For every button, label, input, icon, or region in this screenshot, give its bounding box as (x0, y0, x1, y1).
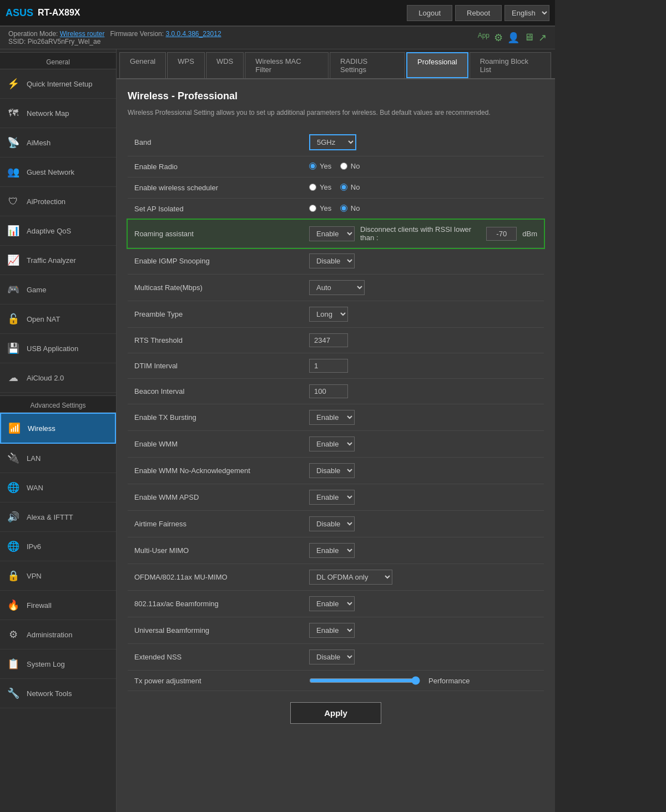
beamforming-control: Enable Disable (302, 591, 544, 617)
rts-threshold-control (302, 328, 544, 353)
sidebar-item-firewall[interactable]: 🔥 Firewall (0, 591, 116, 620)
enable-radio-yes[interactable] (309, 163, 316, 170)
tab-general[interactable]: General (119, 52, 166, 78)
sidebar-item-aimesh[interactable]: 📡 AiMesh (0, 128, 116, 158)
mu-mimo-select[interactable]: Enable Disable (309, 543, 355, 558)
ap-isolated-no[interactable] (340, 205, 347, 212)
enable-radio-yes-label[interactable]: Yes (309, 162, 331, 170)
logout-button[interactable]: Logout (407, 5, 452, 21)
preamble-type-select[interactable]: Long Short (309, 307, 348, 322)
wmm-no-ack-row: Enable WMM No-Acknowledgement Enable Dis… (128, 458, 544, 484)
sidebar-item-ipv6[interactable]: 🌐 IPv6 (0, 532, 116, 561)
sidebar-item-guest-network[interactable]: 👥 Guest Network (0, 158, 116, 187)
multicast-rate-select[interactable]: Auto 12 (309, 280, 365, 295)
sidebar-label-network-tools: Network Tools (27, 689, 72, 698)
sidebar-item-usb-application[interactable]: 💾 USB Application (0, 334, 116, 363)
preamble-type-control: Long Short (302, 301, 544, 328)
tx-power-value: Performance (428, 677, 470, 685)
quick-internet-setup-icon: ⚡ (6, 76, 21, 92)
sidebar-item-aicloud[interactable]: ☁ AiCloud 2.0 (0, 363, 116, 393)
beacon-interval-input[interactable] (309, 384, 348, 398)
sidebar-item-alexa-ifttt[interactable]: 🔊 Alexa & IFTTT (0, 503, 116, 532)
sidebar-label-administration: Administration (27, 631, 72, 639)
tab-wireless-mac-filter[interactable]: Wireless MAC Filter (245, 52, 329, 78)
ap-isolated-yes-label[interactable]: Yes (309, 204, 331, 212)
wireless-scheduler-label: Enable wireless scheduler (128, 177, 302, 199)
scheduler-no[interactable] (340, 184, 347, 191)
sidebar-label-open-nat: Open NAT (27, 315, 60, 323)
beamforming-select[interactable]: Enable Disable (309, 596, 355, 611)
gear-icon[interactable]: ⚙ (494, 32, 503, 44)
sidebar-item-aiprotection[interactable]: 🛡 AiProtection (0, 187, 116, 216)
universal-beamforming-select[interactable]: Enable Disable (309, 623, 355, 638)
enable-radio-no[interactable] (340, 163, 347, 170)
wmm-apsd-select[interactable]: Enable Disable (309, 490, 355, 505)
tab-roaming-block-list[interactable]: Roaming Block List (470, 52, 551, 78)
scheduler-yes-label[interactable]: Yes (309, 183, 331, 191)
sidebar-item-game[interactable]: 🎮 Game (0, 275, 116, 304)
band-row: Band 2.4GHz 5GHz 6GHz (128, 129, 544, 156)
sidebar-label-wireless: Wireless (28, 424, 56, 433)
scheduler-yes[interactable] (309, 184, 316, 191)
universal-beamforming-row: Universal Beamforming Enable Disable (128, 617, 544, 644)
ap-isolated-row: Set AP Isolated Yes No (128, 199, 544, 220)
roaming-assistant-row: Roaming assistant Enable Disable Disconn… (128, 220, 544, 248)
user-icon[interactable]: 👤 (507, 32, 519, 44)
band-select[interactable]: 2.4GHz 5GHz 6GHz (309, 134, 356, 150)
igmp-snooping-select[interactable]: Enable Disable (309, 253, 355, 268)
reboot-button[interactable]: Reboot (455, 5, 502, 21)
app-label: App (478, 32, 490, 44)
ofdma-select[interactable]: DL OFDMA only UL OFDMA only DL+UL OFDMA … (309, 570, 392, 585)
ap-isolated-control: Yes No (302, 199, 544, 220)
sidebar-item-system-log[interactable]: 📋 System Log (0, 649, 116, 679)
sidebar-item-quick-internet-setup[interactable]: ⚡ Quick Internet Setup (0, 69, 116, 99)
sidebar-item-adaptive-qos[interactable]: 📊 Adaptive QoS (0, 216, 116, 246)
sidebar-item-wan[interactable]: 🌐 WAN (0, 473, 116, 503)
sidebar-item-network-tools[interactable]: 🔧 Network Tools (0, 679, 116, 708)
scheduler-no-label[interactable]: No (340, 183, 360, 191)
tab-wds[interactable]: WDS (206, 52, 244, 78)
sidebar-item-traffic-analyzer[interactable]: 📈 Traffic Analyzer (0, 246, 116, 275)
airtime-fairness-select[interactable]: Enable Disable (309, 516, 355, 531)
multicast-rate-row: Multicast Rate(Mbps) Auto 12 (128, 275, 544, 301)
wireless-scheduler-row: Enable wireless scheduler Yes No (128, 177, 544, 199)
dtim-interval-input[interactable] (309, 359, 348, 373)
roaming-controls: Enable Disable Disconnect clients with R… (309, 225, 537, 242)
firmware-value[interactable]: 3.0.0.4.386_23012 (165, 30, 221, 38)
sidebar-item-administration[interactable]: ⚙ Administration (0, 620, 116, 649)
ap-isolated-yes[interactable] (309, 205, 316, 212)
top-bar: ASUS RT-AX89X Logout Reboot English (0, 0, 555, 27)
tab-radius-settings[interactable]: RADIUS Settings (330, 52, 405, 78)
dbm-unit: dBm (522, 230, 537, 238)
enable-radio-no-label[interactable]: No (340, 162, 360, 170)
sidebar-item-lan[interactable]: 🔌 LAN (0, 444, 116, 473)
roaming-enable-select[interactable]: Enable Disable (309, 226, 355, 241)
tab-wps[interactable]: WPS (167, 52, 205, 78)
ap-isolated-no-label[interactable]: No (340, 204, 360, 212)
rssi-input[interactable] (486, 227, 517, 241)
sidebar-item-network-map[interactable]: 🗺 Network Map (0, 99, 116, 128)
extended-nss-select[interactable]: Enable Disable (309, 649, 355, 664)
share-icon[interactable]: ↗ (538, 32, 547, 44)
sidebar: General ⚡ Quick Internet Setup 🗺 Network… (0, 49, 117, 812)
tx-bursting-select[interactable]: Enable Disable (309, 410, 355, 425)
system-log-icon: 📋 (6, 656, 21, 672)
sidebar-item-vpn[interactable]: 🔒 VPN (0, 561, 116, 591)
main-layout: General ⚡ Quick Internet Setup 🗺 Network… (0, 49, 555, 812)
sidebar-label-aicloud: AiCloud 2.0 (27, 374, 64, 382)
apply-button[interactable]: Apply (290, 702, 381, 724)
tab-professional[interactable]: Professional (406, 52, 468, 78)
page-title: Wireless - Professional (128, 90, 544, 102)
band-control: 2.4GHz 5GHz 6GHz (302, 129, 544, 156)
enable-wmm-select[interactable]: Enable Disable (309, 437, 355, 451)
tx-power-slider[interactable] (309, 676, 420, 685)
sidebar-item-wireless[interactable]: 📶 Wireless (0, 413, 116, 444)
wmm-no-ack-select[interactable]: Enable Disable (309, 463, 355, 478)
screen-icon[interactable]: 🖥 (524, 32, 534, 44)
rts-threshold-input[interactable] (309, 333, 348, 347)
language-select[interactable]: English (504, 5, 549, 21)
open-nat-icon: 🔓 (6, 311, 21, 327)
network-tools-icon: 🔧 (6, 686, 21, 701)
operation-mode-value[interactable]: Wireless router (60, 30, 105, 38)
sidebar-item-open-nat[interactable]: 🔓 Open NAT (0, 304, 116, 334)
